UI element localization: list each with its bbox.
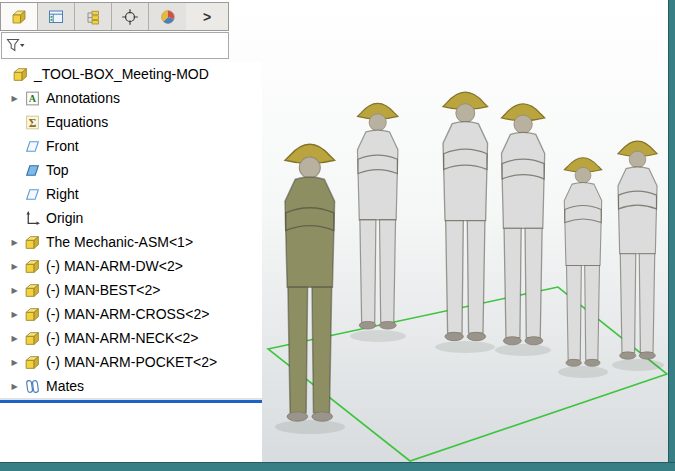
figure-worker-arms-crossed-1[interactable] [357,103,397,329]
top-plane-icon [24,162,41,179]
feature-tree: _TOOL-BOX_Meeting-MOD ▶ A Annotations Σ … [0,62,262,398]
tab-displaymanager[interactable] [149,3,186,30]
figure-mechanic[interactable] [285,144,335,421]
component-icon [24,330,41,347]
tree-item-front-plane[interactable]: Front [0,134,262,158]
tree-item-label: Front [46,134,79,158]
component-icon [24,306,41,323]
propertymanager-icon [47,8,65,26]
figure-worker-arms-crossed-2[interactable] [502,104,545,345]
configurationmanager-icon [84,8,102,26]
tree-item-label: Top [46,158,69,182]
tree-item-man-best[interactable]: ▶ (-) MAN-BEST<2> [0,278,262,302]
tree-item-label: (-) MAN-ARM-POCKET<2> [46,350,217,374]
tab-propertymanager[interactable] [38,3,75,30]
tree-item-label: Equations [46,110,108,134]
origin-icon [24,210,41,227]
panel-empty-area [0,403,262,462]
featuremanager-icon [10,8,28,26]
featuremanager-panel: > _TOOL-BOX_Meeting-MOD ▶ A Annotations … [0,0,262,462]
tree-root-assembly[interactable]: _TOOL-BOX_Meeting-MOD [0,62,262,86]
tree-item-label: (-) MAN-ARM-CROSS<2> [46,302,209,326]
window-frame-right [668,0,675,471]
expand-arrow[interactable]: ▶ [5,94,24,103]
svg-text:A: A [29,93,37,104]
right-plane-icon [24,186,41,203]
tree-item-label: (-) MAN-ARM-NECK<2> [46,326,198,350]
assembly-icon [12,66,29,83]
tree-item-origin[interactable]: Origin [0,206,262,230]
tab-featuremanager[interactable] [1,3,38,30]
tree-item-label: Origin [46,206,83,230]
tree-item-man-arm-cross[interactable]: ▶ (-) MAN-ARM-CROSS<2> [0,302,262,326]
expand-arrow[interactable]: ▶ [5,382,24,391]
tree-item-label: Right [46,182,79,206]
tree-item-mates[interactable]: ▶ Mates [0,374,262,398]
annotations-icon: A [24,90,41,107]
front-plane-icon [24,138,41,155]
equations-icon: Σ [24,114,41,131]
tree-item-label: Mates [46,374,84,398]
tree-item-annotations[interactable]: ▶ A Annotations [0,86,262,110]
expand-arrow[interactable]: ▶ [5,310,24,319]
expand-arrow[interactable]: ▶ [5,238,24,247]
displaymanager-icon [159,8,177,26]
tree-item-man-arm-pocket[interactable]: ▶ (-) MAN-ARM-POCKET<2> [0,350,262,374]
tree-item-label: Annotations [46,86,120,110]
tree-item-man-arm-dw[interactable]: ▶ (-) MAN-ARM-DW<2> [0,254,262,278]
expand-arrow[interactable]: ▶ [5,358,24,367]
tree-item-the-mechanic-asm[interactable]: ▶ The Mechanic-ASM<1> [0,230,262,254]
tab-overflow-chevron[interactable]: > [186,3,228,30]
component-icon [24,282,41,299]
component-icon [24,234,41,251]
mates-icon [24,378,41,395]
tree-item-top-plane[interactable]: Top [0,158,262,182]
tree-item-label: (-) MAN-ARM-DW<2> [46,254,183,278]
filter-bar[interactable] [1,32,229,59]
filter-funnel-icon[interactable] [6,38,26,53]
tree-item-man-arm-neck[interactable]: ▶ (-) MAN-ARM-NECK<2> [0,326,262,350]
expand-arrow[interactable]: ▶ [5,262,24,271]
expand-arrow[interactable]: ▶ [5,286,24,295]
tree-item-label: (-) MAN-BEST<2> [46,278,160,302]
tree-item-equations[interactable]: Σ Equations [0,110,262,134]
component-icon [24,354,41,371]
figure-worker-vest[interactable] [443,92,488,341]
filter-input[interactable] [29,36,228,55]
component-icon [24,258,41,275]
expand-arrow[interactable]: ▶ [5,334,24,343]
svg-text:Σ: Σ [29,116,37,129]
window-frame-bottom [0,462,675,471]
tab-dimxpertmanager[interactable] [112,3,149,30]
figure-worker-glasses[interactable] [564,158,601,367]
figure-shadows [275,330,664,434]
tree-item-right-plane[interactable]: Right [0,182,262,206]
figure-worker-right[interactable] [618,141,657,359]
tab-configurationmanager[interactable] [75,3,112,30]
tree-item-label: _TOOL-BOX_Meeting-MOD [34,62,209,86]
tree-item-label: The Mechanic-ASM<1> [46,230,193,254]
manager-tab-strip: > [0,2,229,31]
dimxpertmanager-icon [121,8,139,26]
